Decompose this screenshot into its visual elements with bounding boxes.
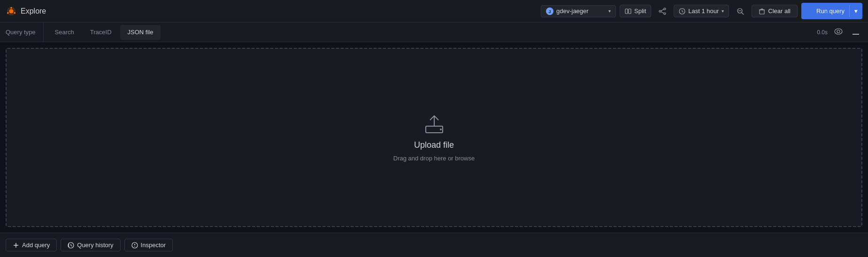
zoom-icon — [737, 8, 744, 15]
clock-icon — [679, 8, 685, 15]
tab-json-file[interactable]: JSON file — [120, 25, 161, 40]
svg-line-12 — [661, 9, 664, 11]
upload-subtitle: Drag and drop here or browse — [393, 155, 475, 162]
query-bar: Query type Search TraceID JSON file 0.0s — [0, 23, 868, 42]
history-icon — [68, 242, 74, 249]
add-query-button[interactable]: Add query — [6, 239, 57, 251]
svg-point-1 — [9, 9, 13, 13]
svg-line-35 — [71, 245, 72, 246]
datasource-name: gdev-jaeger — [556, 8, 606, 15]
run-query-button[interactable]: Run query ▾ — [801, 3, 862, 19]
upload-icon — [423, 113, 446, 136]
page-title: Explore — [21, 7, 46, 15]
eye-icon — [834, 28, 843, 35]
svg-line-16 — [682, 11, 684, 12]
svg-rect-20 — [760, 10, 764, 14]
bottom-bar: Add query Query history Inspector — [0, 233, 868, 257]
query-history-button[interactable]: Query history — [61, 239, 120, 251]
navbar: Explore J gdev-jaeger ▾ Split — [0, 0, 868, 23]
svg-point-38 — [134, 246, 135, 247]
time-chevron-icon: ▾ — [722, 8, 724, 14]
query-tabs: Search TraceID JSON file — [47, 23, 161, 42]
plus-icon — [13, 242, 19, 249]
navbar-left: Explore — [6, 6, 46, 17]
clear-button[interactable]: Clear all — [752, 5, 798, 17]
split-icon — [625, 8, 631, 15]
collapse-button[interactable] — [849, 26, 862, 38]
navbar-right: J gdev-jaeger ▾ Split — [541, 3, 862, 19]
svg-point-2 — [10, 7, 12, 8]
upload-icon-wrap — [423, 113, 446, 136]
share-button[interactable] — [655, 5, 670, 18]
upload-title: Upload file — [414, 140, 454, 150]
svg-point-30 — [440, 128, 442, 130]
grafana-icon — [6, 6, 17, 17]
query-bar-right: 0.0s — [817, 26, 862, 38]
share-icon — [659, 8, 666, 15]
svg-rect-8 — [629, 9, 631, 14]
svg-point-3 — [14, 12, 16, 14]
datasource-selector[interactable]: J gdev-jaeger ▾ — [541, 5, 616, 17]
split-button[interactable]: Split — [620, 5, 651, 17]
svg-point-11 — [664, 13, 666, 15]
inspector-button[interactable]: Inspector — [124, 239, 173, 251]
upload-zone[interactable]: Upload file Drag and drop here or browse — [6, 48, 862, 227]
datasource-icon: J — [546, 8, 553, 15]
svg-text:J: J — [548, 9, 551, 14]
chevron-down-icon: ▾ — [608, 8, 611, 14]
tab-search[interactable]: Search — [47, 25, 82, 40]
query-type-label: Query type — [6, 23, 44, 42]
eye-button[interactable] — [831, 26, 845, 38]
trash-icon — [759, 8, 765, 15]
svg-point-9 — [664, 8, 666, 10]
time-range-button[interactable]: Last 1 hour ▾ — [674, 5, 729, 17]
main-content: Upload file Drag and drop here or browse — [0, 42, 868, 233]
run-query-label: Run query — [809, 5, 849, 17]
svg-point-25 — [835, 29, 842, 34]
svg-rect-7 — [625, 9, 628, 14]
inspector-icon — [131, 242, 138, 249]
minus-icon — [852, 33, 860, 35]
zoom-button[interactable] — [733, 5, 748, 18]
svg-point-4 — [7, 12, 9, 14]
svg-line-18 — [742, 13, 744, 15]
run-query-caret[interactable]: ▾ — [849, 5, 862, 17]
svg-point-26 — [837, 30, 840, 33]
time-display: 0.0s — [817, 29, 828, 36]
tab-traceid[interactable]: TraceID — [83, 25, 119, 40]
svg-line-13 — [661, 12, 664, 13]
svg-point-10 — [659, 10, 661, 12]
